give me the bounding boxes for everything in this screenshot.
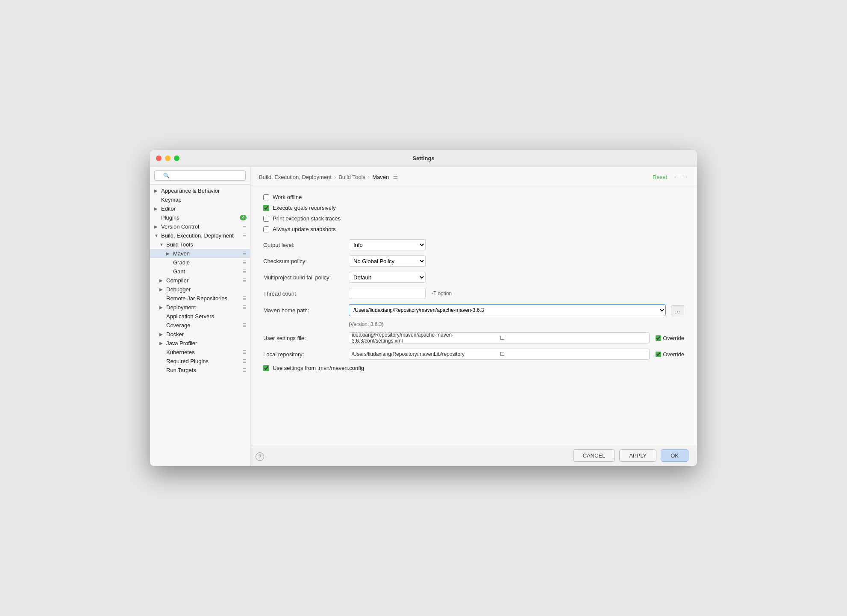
local-repo-browse-icon[interactable]: ☐ [500,351,647,357]
close-button[interactable] [156,155,162,161]
nav-arrows: ← → [673,173,688,181]
sidebar-item-required-plugins[interactable]: Required Plugins☰ [150,357,250,366]
sidebar-item-build-exec[interactable]: ▼Build, Execution, Deployment☰ [150,231,250,240]
sidebar-item-version-control[interactable]: ▶Version Control☰ [150,222,250,231]
work-offline-row: Work offline [263,194,684,200]
sidebar-label-coverage: Coverage [166,322,241,329]
sidebar-label-build-exec: Build, Execution, Deployment [161,232,241,239]
local-repo-override-checkbox[interactable] [656,352,661,357]
always-update-label: Always update snapshots [273,226,335,232]
local-repo-field[interactable]: /Users/liudaxiang/Repository/mavenLib/re… [349,349,650,360]
sidebar-item-run-targets[interactable]: Run Targets☰ [150,366,250,375]
thread-count-input[interactable] [349,288,426,299]
sidebar-item-gradle[interactable]: Gradle☰ [150,258,250,267]
local-repo-row: Local repository: /Users/liudaxiang/Repo… [263,349,684,360]
maven-home-select[interactable]: /Users/liudaxiang/Repository/maven/apach… [349,304,666,316]
print-traces-checkbox[interactable] [263,216,269,222]
sidebar-item-editor[interactable]: ▶Editor [150,204,250,213]
output-level-label: Output level: [263,242,349,248]
window-controls [156,155,179,161]
always-update-checkbox[interactable] [263,226,269,232]
sidebar-item-remote-jar[interactable]: Remote Jar Repositories☰ [150,294,250,303]
sidebar-label-editor: Editor [161,205,247,212]
sidebar-item-coverage[interactable]: Coverage☰ [150,321,250,330]
breadcrumb-part-1[interactable]: Build, Execution, Deployment [259,174,332,180]
ok-button[interactable]: OK [661,449,688,462]
pin-kubernetes: ☰ [242,349,247,355]
t-option-label: -T option [432,290,452,296]
sidebar-item-app-servers[interactable]: Application Servers [150,312,250,321]
multiproject-select[interactable]: Default Never AtEnd Always [349,272,426,283]
execute-goals-checkbox[interactable] [263,205,269,211]
sidebar-item-java-profiler[interactable]: ▶Java Profiler [150,339,250,348]
thread-count-row: Thread count -T option [263,288,684,299]
main-header: Build, Execution, Deployment › Build Too… [250,167,697,185]
minimize-button[interactable] [165,155,171,161]
user-settings-browse-icon[interactable]: ☐ [500,335,647,341]
sidebar-label-required-plugins: Required Plugins [166,358,241,364]
cancel-button[interactable]: CANCEL [573,449,615,462]
pin-build-exec: ☰ [242,233,247,238]
sidebar-item-debugger[interactable]: ▶Debugger [150,285,250,294]
sidebar-label-maven: Maven [173,250,241,257]
sidebar-item-gant[interactable]: Gant☰ [150,267,250,276]
user-settings-label: User settings file: [263,335,349,341]
nav-back-button[interactable]: ← [673,173,680,181]
breadcrumb: Build, Execution, Deployment › Build Too… [259,174,398,180]
sidebar-item-maven[interactable]: ▶Maven☰ [150,249,250,258]
maximize-button[interactable] [174,155,179,161]
sidebar-label-debugger: Debugger [166,286,247,293]
breadcrumb-sep-1: › [334,174,336,180]
sidebar-item-plugins[interactable]: Plugins4 [150,213,250,222]
nav-forward-button[interactable]: → [682,173,688,181]
tree-arrow-deployment: ▶ [159,305,165,310]
user-settings-override-label: Override [663,335,684,341]
local-repo-override-label: Override [663,351,684,358]
breadcrumb-current: Maven [372,174,389,180]
tree-arrow-java-profiler: ▶ [159,341,165,346]
body: ▶Appearance & BehaviorKeymap▶EditorPlugi… [150,167,697,466]
search-input[interactable] [154,170,246,181]
sidebar-label-gradle: Gradle [173,259,241,266]
multiproject-label: Multiproject build fail policy: [263,274,349,281]
checksum-policy-select[interactable]: No Global Policy Warn Fail [349,255,426,267]
local-repo-value: /Users/liudaxiang/Repository/mavenLib/re… [352,351,498,357]
reset-button[interactable]: Reset [653,174,667,180]
output-level-control: Info Debug Warn Error [349,239,684,250]
tree-arrow-build-exec: ▼ [154,233,159,238]
sidebar-item-deployment[interactable]: ▶Deployment☰ [150,303,250,312]
sidebar-tree: ▶Appearance & BehaviorKeymap▶EditorPlugi… [150,185,250,466]
pin-version-control: ☰ [242,224,247,229]
sidebar-label-app-servers: Application Servers [166,313,247,320]
use-settings-checkbox[interactable] [263,365,269,371]
header-right: Reset ← → [653,173,688,181]
output-level-row: Output level: Info Debug Warn Error [263,239,684,250]
tree-arrow-editor: ▶ [154,206,159,211]
sidebar-item-appearance[interactable]: ▶Appearance & Behavior [150,186,250,195]
output-level-select[interactable]: Info Debug Warn Error [349,239,426,250]
multiproject-control: Default Never AtEnd Always [349,272,684,283]
help-button[interactable]: ? [256,452,264,461]
window-title: Settings [412,155,434,161]
work-offline-checkbox[interactable] [263,194,269,200]
breadcrumb-part-2[interactable]: Build Tools [338,174,365,180]
local-repo-control: /Users/liudaxiang/Repository/mavenLib/re… [349,349,684,360]
sidebar-item-compiler[interactable]: ▶Compiler☰ [150,276,250,285]
sidebar-item-docker[interactable]: ▶Docker [150,330,250,339]
tree-arrow-appearance: ▶ [154,188,159,193]
sidebar-item-kubernetes[interactable]: Kubernetes☰ [150,348,250,357]
sidebar-item-keymap[interactable]: Keymap [150,195,250,204]
sidebar-item-build-tools[interactable]: ▼Build Tools [150,240,250,249]
apply-button[interactable]: APPLY [619,449,656,462]
search-bar[interactable] [150,167,250,185]
breadcrumb-pin-icon[interactable]: ☰ [393,174,398,180]
sidebar-label-run-targets: Run Targets [166,367,241,373]
pin-remote-jar: ☰ [242,296,247,301]
user-settings-override-checkbox[interactable] [656,335,661,341]
user-settings-row: User settings file: iudaxiang/Repository… [263,332,684,343]
maven-home-browse-button[interactable]: … [671,305,684,315]
sidebar-label-remote-jar: Remote Jar Repositories [166,295,241,302]
user-settings-field[interactable]: iudaxiang/Repository/maven/apache-maven-… [349,332,650,343]
titlebar: Settings [150,150,697,167]
sidebar-label-build-tools: Build Tools [166,241,247,248]
